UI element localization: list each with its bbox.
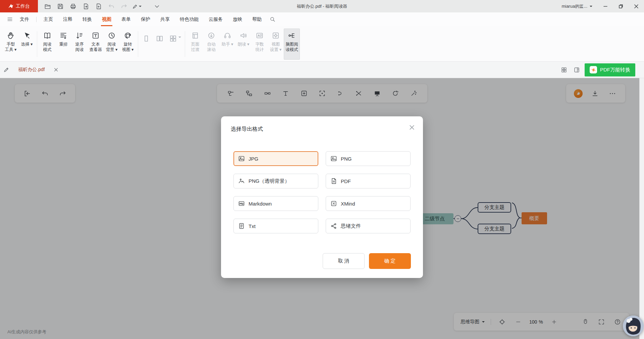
ribbon-label: 自动 滚动 bbox=[207, 42, 216, 52]
ribbon-divider bbox=[138, 31, 138, 57]
menu-share[interactable]: 共享 bbox=[155, 12, 175, 26]
menu-divider bbox=[36, 17, 37, 22]
layout-caret-icon bbox=[178, 37, 181, 38]
search-icon[interactable] bbox=[267, 12, 278, 26]
export-option-label: Txt bbox=[249, 223, 256, 229]
foxit-logo-icon bbox=[8, 4, 13, 9]
pdf-convert-button[interactable]: PDF万能转换 bbox=[585, 63, 635, 76]
export-option-markdown[interactable]: Markdown bbox=[233, 196, 318, 211]
dialog-close-icon[interactable] bbox=[408, 124, 416, 131]
ribbon-label: 阅读 模式 bbox=[43, 42, 52, 52]
workspace-button[interactable]: 工作台 bbox=[0, 0, 38, 12]
export-option-label: PDF bbox=[341, 178, 351, 184]
tabbar-right: PDF万能转换 bbox=[559, 63, 644, 76]
tab-close-icon[interactable] bbox=[54, 68, 58, 72]
restore-button[interactable] bbox=[613, 0, 629, 12]
save-button[interactable] bbox=[55, 2, 66, 11]
assistant-avatar[interactable] bbox=[623, 316, 644, 336]
export-option-label: JPG bbox=[249, 156, 258, 162]
dialog-title: 选择导出格式 bbox=[231, 126, 263, 133]
confirm-button[interactable]: 确 定 bbox=[369, 253, 411, 269]
ribbon-label: 字数 统计 bbox=[256, 42, 264, 52]
cancel-button[interactable]: 取 消 bbox=[323, 253, 365, 269]
word-count-icon bbox=[255, 31, 264, 40]
ribbon-continuous-layout[interactable] bbox=[167, 29, 183, 60]
export-options-grid: JPG PNG PNG（透明背景） PDF Markdown XMind Txt bbox=[233, 151, 411, 233]
titlebar-right: miarua的监... bbox=[556, 0, 644, 12]
new-page-button[interactable] bbox=[93, 2, 104, 11]
menu-form[interactable]: 表单 bbox=[116, 12, 136, 26]
menu-features[interactable]: 特色功能 bbox=[175, 12, 204, 26]
ribbon-facing-page-layout[interactable] bbox=[154, 29, 167, 60]
export-option-pdf[interactable]: PDF bbox=[326, 174, 411, 188]
export-option-png[interactable]: PNG bbox=[326, 151, 411, 166]
ribbon-reverse-reading[interactable]: 逆序 阅读 bbox=[71, 29, 88, 60]
ribbon-hand-tool[interactable]: 手型 工具 ▾ bbox=[3, 29, 19, 60]
menu-slideshow[interactable]: 放映 bbox=[228, 12, 247, 26]
menu-comment[interactable]: 注释 bbox=[58, 12, 77, 26]
ribbon-auto-scroll[interactable]: 自动 滚动 bbox=[203, 29, 219, 60]
customize-toolbar-button[interactable] bbox=[151, 2, 163, 11]
ribbon-rotate-view[interactable]: 旋转 视图 ▾ bbox=[120, 29, 136, 60]
export-option-txt[interactable]: Txt bbox=[233, 219, 318, 233]
ribbon-word-count[interactable]: 字数 统计 bbox=[252, 29, 268, 60]
ribbon-divider bbox=[37, 31, 37, 57]
ribbon-page-transition[interactable]: 页面 过渡 bbox=[187, 29, 203, 60]
reverse-reading-icon bbox=[75, 31, 84, 40]
menu-cloud[interactable]: 云服务 bbox=[204, 12, 228, 26]
edit-pencil-icon[interactable] bbox=[0, 62, 13, 78]
mind-file-icon bbox=[330, 223, 337, 229]
menu-bar: 文件 主页 注释 转换 视图 表单 保护 共享 特色功能 云服务 放映 帮助 bbox=[0, 12, 644, 26]
redo-button[interactable] bbox=[118, 2, 130, 11]
document-tab[interactable]: 福昕办公.pdf bbox=[13, 62, 63, 78]
ribbon-select-tool[interactable]: 选择 ▾ bbox=[19, 29, 35, 60]
convert-icon bbox=[590, 66, 597, 73]
ribbon-text-viewer[interactable]: 文本 查看器 bbox=[88, 29, 104, 60]
vertical-scrollbar[interactable] bbox=[639, 66, 644, 339]
user-account-menu[interactable]: miarua的监... bbox=[556, 0, 598, 12]
export-option-label: 思绪文件 bbox=[341, 223, 361, 229]
select-cursor-icon bbox=[22, 31, 31, 40]
export-option-mind-file[interactable]: 思绪文件 bbox=[326, 219, 411, 233]
ribbon-single-page-layout[interactable] bbox=[140, 29, 154, 60]
print-button[interactable] bbox=[67, 2, 79, 11]
ribbon-read-mode[interactable]: 阅读 模式 bbox=[39, 29, 55, 60]
dialog-actions: 取 消 确 定 bbox=[323, 253, 411, 269]
image-icon bbox=[238, 155, 245, 162]
export-page-button[interactable] bbox=[80, 2, 92, 11]
ribbon-toolbar: 手型 工具 ▾ 选择 ▾ 阅读 模式 重排 逆序 阅读 文本 查看器 阅读 背景… bbox=[0, 26, 644, 62]
open-file-button[interactable] bbox=[42, 2, 53, 11]
export-option-png-transparent[interactable]: PNG（透明背景） bbox=[233, 174, 318, 188]
undo-button[interactable] bbox=[106, 2, 117, 11]
single-page-layout-icon bbox=[142, 34, 151, 43]
menu-protect[interactable]: 保护 bbox=[136, 12, 155, 26]
ribbon-label: 助手 ▾ bbox=[222, 42, 233, 47]
ribbon-read-aloud[interactable]: 朗读 ▾ bbox=[235, 29, 252, 60]
export-option-jpg[interactable]: JPG bbox=[233, 151, 318, 166]
ribbon-assistant[interactable]: 助手 ▾ bbox=[219, 29, 235, 60]
menu-convert[interactable]: 转换 bbox=[77, 12, 97, 26]
minimize-button[interactable] bbox=[598, 0, 613, 12]
ribbon-reading-background[interactable]: 阅读 背景 ▾ bbox=[104, 29, 120, 60]
ribbon-mindmap-mode[interactable]: 脑图阅 读模式 bbox=[284, 29, 300, 60]
sign-tool-button[interactable] bbox=[131, 2, 143, 11]
read-aloud-icon bbox=[239, 31, 248, 40]
menu-view[interactable]: 视图 bbox=[97, 12, 116, 26]
menu-help[interactable]: 帮助 bbox=[247, 12, 267, 26]
grid-view-icon[interactable] bbox=[559, 65, 569, 74]
hamburger-menu-icon[interactable] bbox=[5, 12, 15, 26]
page-panel-icon[interactable] bbox=[572, 65, 581, 74]
close-button[interactable] bbox=[629, 0, 644, 12]
text-viewer-icon bbox=[91, 31, 100, 40]
export-option-xmind[interactable]: XMind bbox=[326, 196, 411, 211]
menu-file[interactable]: 文件 bbox=[15, 12, 34, 26]
reading-background-icon bbox=[107, 31, 116, 40]
document-tab-bar: 福昕办公.pdf PDF万能转换 bbox=[0, 62, 644, 78]
quick-toolbar bbox=[38, 2, 163, 11]
ribbon-view-settings[interactable]: 视图 设置 ▾ bbox=[268, 29, 284, 60]
mindmap-mode-icon bbox=[287, 31, 296, 40]
export-format-dialog: 选择导出格式 JPG PNG PNG（透明背景） PDF Markdown XM… bbox=[221, 116, 423, 278]
menu-home[interactable]: 主页 bbox=[39, 12, 58, 26]
image-icon bbox=[330, 155, 337, 162]
ribbon-reflow[interactable]: 重排 bbox=[55, 29, 71, 60]
